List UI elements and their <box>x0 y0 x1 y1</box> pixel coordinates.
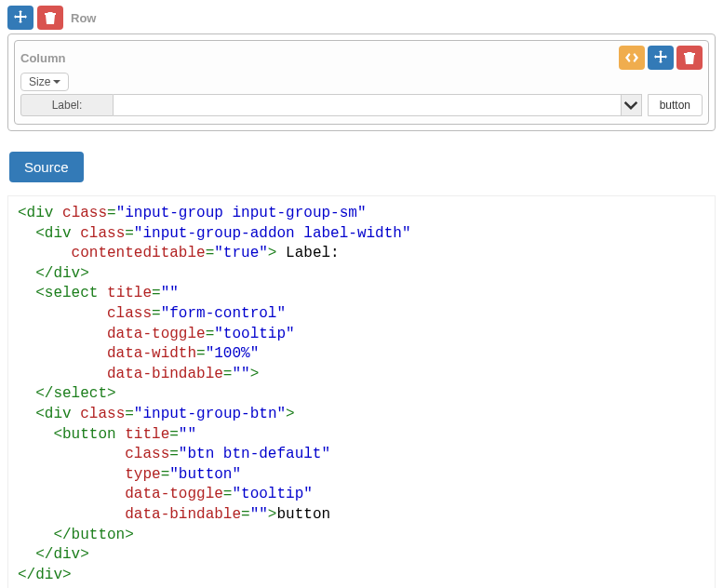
column-toolbar <box>619 46 703 70</box>
column-label: Column <box>20 51 65 65</box>
row-toolbar: Row <box>4 4 719 32</box>
move-column-button[interactable] <box>648 46 674 70</box>
source-button[interactable]: Source <box>9 152 84 182</box>
select-field[interactable] <box>114 94 642 116</box>
input-label-addon[interactable]: Label: <box>20 94 114 116</box>
caret-icon <box>53 80 60 84</box>
trash-icon <box>43 10 58 25</box>
chevron-down-icon <box>623 98 638 113</box>
source-code-panel: <div class="input-group input-group-sm" … <box>7 195 716 588</box>
select-caret[interactable] <box>621 95 641 115</box>
code-icon <box>624 50 639 65</box>
size-label: Size <box>29 75 50 88</box>
delete-column-button[interactable] <box>676 46 703 70</box>
delete-row-button[interactable] <box>37 6 63 30</box>
input-group: Label: button <box>20 94 703 116</box>
size-dropdown[interactable]: Size <box>20 73 69 91</box>
addon-button[interactable]: button <box>648 94 703 116</box>
column-container: Column Size Label: <box>14 40 709 125</box>
row-label: Row <box>71 11 96 25</box>
code-column-button[interactable] <box>619 46 645 70</box>
trash-icon <box>682 50 697 65</box>
move-icon <box>653 50 668 65</box>
move-icon <box>13 10 28 25</box>
column-header: Column <box>20 46 703 70</box>
row-container: Column Size Label: <box>7 33 716 131</box>
move-row-button[interactable] <box>7 6 33 30</box>
